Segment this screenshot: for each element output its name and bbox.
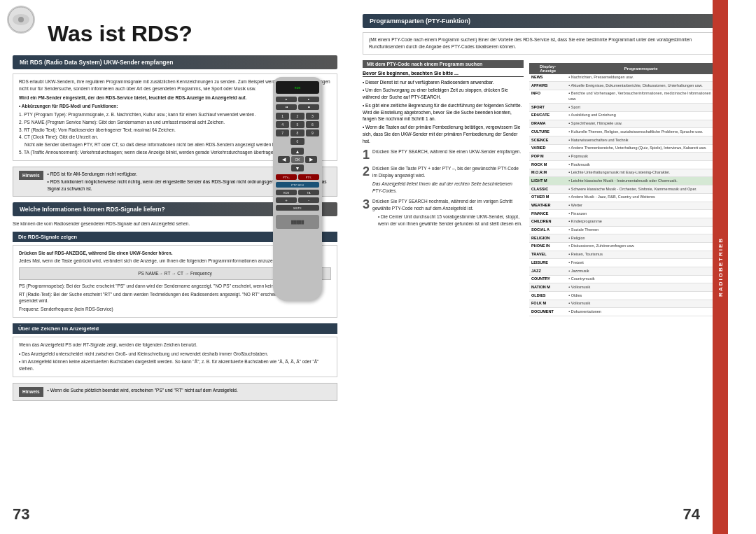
- pty-code: DRAMA: [529, 120, 566, 128]
- pty-code: SPORT: [529, 104, 566, 112]
- pty-code: CHILDREN: [529, 218, 566, 226]
- pty-desc: • Jazzmusik: [566, 267, 715, 276]
- pty-table-row: CHILDREN• Kinderprogramme: [529, 218, 715, 226]
- pty-code: VARIED: [529, 144, 566, 153]
- pty-code: NATION M: [529, 283, 566, 292]
- pty-table-row: LEISURE• Freizeit: [529, 259, 715, 267]
- pty-table-row: VARIED• Andere Themenbereiche, Unterhalt…: [529, 144, 715, 153]
- remote-btn-1: ▶: [276, 97, 297, 102]
- pty-table-row: EDUCATE• Ausbildung und Erziehung: [529, 111, 715, 120]
- pty-code: OLDIES: [529, 292, 566, 300]
- pty-desc: • Sprechtheater, Hörspiele usw.: [566, 120, 715, 128]
- pty-table-row: PHONE IN• Diskussionen, Zuhörerumfragen …: [529, 242, 715, 251]
- pty-desc: • Kulturelle Themen, Religion, sozialwis…: [566, 128, 715, 136]
- remote-up: ▲: [291, 148, 303, 155]
- pty-desc: • Dokumentationen: [566, 308, 715, 316]
- pty-table-column: Display-Anzeige Programmsparte NEWS• Nac…: [529, 60, 715, 317]
- pty-table-row: OLDIES• Oldies: [529, 292, 715, 300]
- remote-num-2: 2: [290, 113, 304, 120]
- pty-desc: • Leichte klassische Musik - Instrumenta…: [566, 177, 715, 185]
- pty-table-row: POP M• Popmusik: [529, 153, 715, 161]
- remote-left: ◀: [278, 156, 290, 163]
- remote-vol-up: +: [276, 197, 297, 203]
- remote-rds: RDS: [276, 190, 297, 195]
- bevor-items: • Dieser Dienst ist nur auf verfügbaren …: [363, 79, 524, 145]
- pty-code: TRAVEL: [529, 251, 566, 259]
- remote-num-8: 8: [290, 129, 304, 136]
- pty-code: CULTURE: [529, 128, 566, 136]
- remote-ok: OK: [291, 156, 303, 163]
- pty-code: COUNTRY: [529, 275, 566, 283]
- pty-desc: • Soziale Themen: [566, 226, 715, 234]
- remote-pty-minus: PTY-: [298, 174, 319, 180]
- pty-table-row: M.O.R.M• Leichte Unterhaltungsmusik mit …: [529, 169, 715, 177]
- remote-search: PTY SCH: [276, 182, 319, 188]
- pty-desc: • Religion: [566, 234, 715, 243]
- pty-table-row: ROCK M• Rockmusik: [529, 161, 715, 169]
- pty-desc: • Countrymusik: [566, 275, 715, 283]
- remote-num-4: 4: [276, 121, 289, 128]
- remote-num-1: 1: [276, 113, 289, 120]
- pty-table-row: SPORT• Sport: [529, 104, 715, 112]
- pty-table-row: SCIENCE• Naturwissenschaften und Technik: [529, 136, 715, 145]
- remote-mute: MUTE: [276, 205, 319, 211]
- pty-code: LEISURE: [529, 259, 566, 267]
- remote-down: ▼: [291, 164, 303, 171]
- pty-table-row: FOLK M• Volksmusik: [529, 300, 715, 308]
- pty-table-row: RELIGION• Religion: [529, 234, 715, 243]
- pty-code: NEWS: [529, 74, 566, 82]
- remote-vol-down: -: [298, 197, 319, 203]
- pty-code: AFFAIRS: [529, 82, 566, 90]
- pty-desc: • Finanzen: [566, 210, 715, 218]
- over-header: Über die Zeichen im Anzeigefeld: [13, 323, 337, 334]
- right-page: Programmsparten (PTY-Funktion) (Mit eine…: [350, 0, 728, 534]
- remote-btn-2: ■: [298, 97, 319, 102]
- side-tab-label: RADIOBETRIEB: [718, 237, 724, 297]
- pty-table-row: DOCUMENT• Dokumentationen: [529, 308, 715, 316]
- pty-desc: • Volksmusik: [566, 300, 715, 308]
- pty-table-row: SOCIAL A• Soziale Themen: [529, 226, 715, 234]
- remote-body: RDS ▶ ■ ⏮ ⏭ 1 2 3 4 5 6 7 8 9 0 ▲: [273, 77, 322, 301]
- remote-bottom: ▓▓▓▓▓: [276, 215, 319, 229]
- pty-desc: • Reisen, Tourismus: [566, 251, 715, 259]
- pty-desc: • Freizeit: [566, 259, 715, 267]
- pty-desc: • Aktuelle Ereignisse, Dokumentarbericht…: [566, 82, 715, 90]
- pty-desc: • Nachrichten, Pressemeldungen usw.: [566, 74, 715, 82]
- pty-table-row: COUNTRY• Countrymusik: [529, 275, 715, 283]
- page-number-right: 74: [683, 505, 700, 524]
- pty-code: DOCUMENT: [529, 308, 566, 316]
- pty-desc: • Diskussionen, Zuhörerumfragen usw.: [566, 242, 715, 251]
- pty-table-row: DRAMA• Sprechtheater, Hörspiele usw.: [529, 120, 715, 128]
- pty-table-row: AFFAIRS• Aktuelle Ereignisse, Dokumentar…: [529, 82, 715, 90]
- remote-ta: TA: [298, 190, 319, 195]
- pty-code: INFO: [529, 90, 566, 103]
- pty-code: ROCK M: [529, 161, 566, 169]
- pty-code: RELIGION: [529, 234, 566, 243]
- col-header-programm: Programmsparte: [566, 63, 715, 74]
- pty-desc: • Volksmusik: [566, 283, 715, 292]
- pty-table: Display-Anzeige Programmsparte NEWS• Nac…: [529, 63, 715, 317]
- right-section-header: Programmsparten (PTY-Funktion): [363, 14, 715, 28]
- bevor-header: Bevor Sie beginnen, beachten Sie bitte .…: [363, 71, 524, 77]
- remote-pty: PTY+: [276, 174, 297, 180]
- pty-desc: • Wetter: [566, 202, 715, 210]
- pty-desc: • Naturwissenschaften und Technik: [566, 136, 715, 145]
- remote-num-3: 3: [306, 113, 319, 120]
- pty-code: FOLK M: [529, 300, 566, 308]
- side-tab: RADIOBETRIEB: [713, 0, 728, 534]
- step-1: 1 Drücken Sie PTY SEARCH, während Sie ei…: [363, 148, 524, 161]
- pty-desc: • Berichte und Vorhersagen, Verbraucheri…: [566, 90, 715, 103]
- pty-code: JAZZ: [529, 267, 566, 276]
- pty-code: FINANCE: [529, 210, 566, 218]
- section1-header: Mit RDS (Radio Data System) UKW-Sender e…: [13, 55, 337, 69]
- pty-code: POP M: [529, 153, 566, 161]
- pty-desc: • Oldies: [566, 292, 715, 300]
- pty-table-row: JAZZ• Jazzmusik: [529, 267, 715, 276]
- hinweis-label-1: Hinweis: [19, 171, 43, 181]
- pty-table-row: TRAVEL• Reisen, Tourismus: [529, 251, 715, 259]
- pty-table-row: NEWS• Nachrichten, Pressemeldungen usw.: [529, 74, 715, 82]
- remote-num-5: 5: [290, 121, 304, 128]
- remote-control: RDS ▶ ■ ⏮ ⏭ 1 2 3 4 5 6 7 8 9 0 ▲: [273, 77, 322, 301]
- pty-code: SCIENCE: [529, 136, 566, 145]
- remote-right: ▶: [305, 156, 317, 163]
